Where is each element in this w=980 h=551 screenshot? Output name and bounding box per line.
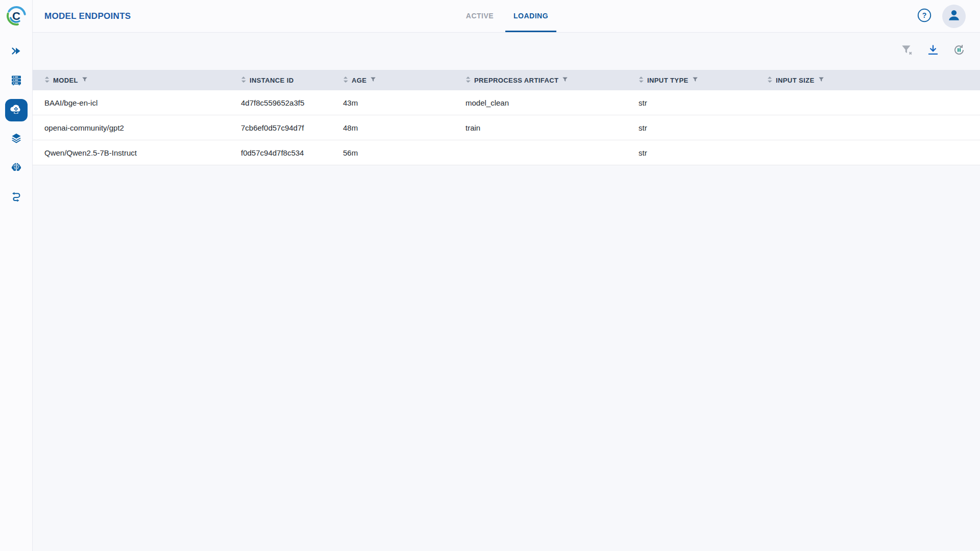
- table-cell: [755, 90, 980, 115]
- tab-bar: ACTIVE LOADING: [454, 0, 556, 32]
- fast-forward-icon: [10, 45, 22, 59]
- auto-refresh-paused-icon: [952, 43, 966, 58]
- column-header[interactable]: INSTANCE ID: [229, 70, 331, 90]
- table-row[interactable]: Qwen/Qwen2.5-7B-Instructf0d57c94d7f8c534…: [33, 140, 980, 165]
- column-header-label: MODEL: [53, 77, 78, 84]
- download-icon: [926, 43, 940, 58]
- column-header-label: INSTANCE ID: [250, 77, 294, 84]
- endpoints-table: MODEL INSTANCE ID AGE: [33, 70, 980, 165]
- table-cell: [755, 115, 980, 140]
- topbar: MODEL ENDPOINTS ACTIVE LOADING ?: [33, 0, 980, 33]
- sort-icon[interactable]: [639, 76, 644, 85]
- tab-loading[interactable]: LOADING: [505, 0, 556, 32]
- sort-icon[interactable]: [767, 76, 772, 85]
- column-header[interactable]: INPUT TYPE: [627, 70, 755, 90]
- table-cell: model_clean: [454, 90, 627, 115]
- table-body: BAAI/bge-en-icl4d7f8c559652a3f543mmodel_…: [33, 90, 980, 165]
- brain-icon: [10, 161, 22, 176]
- table-header-row: MODEL INSTANCE ID AGE: [33, 70, 980, 90]
- table-cell: str: [627, 140, 755, 165]
- sidebar-item-fast-forward[interactable]: [5, 41, 28, 63]
- table-cell: 4d7f8c559652a3f5: [229, 90, 331, 115]
- column-header-label: INPUT TYPE: [647, 77, 689, 84]
- table-cell: Qwen/Qwen2.5-7B-Instruct: [33, 140, 229, 165]
- column-header-label: PREPROCESS ARTIFACT: [474, 77, 558, 84]
- column-header-label: INPUT SIZE: [776, 77, 815, 84]
- sidebar: C: [0, 0, 33, 551]
- clear-filters-button[interactable]: [900, 43, 914, 58]
- table-row[interactable]: openai-community/gpt27cb6ef0d57c94d7f48m…: [33, 115, 980, 140]
- filter-icon[interactable]: [562, 77, 568, 84]
- table-cell: BAAI/bge-en-icl: [33, 90, 229, 115]
- sidebar-item-layers[interactable]: [5, 128, 28, 151]
- sidebar-nav: [0, 41, 32, 209]
- filter-icon[interactable]: [82, 77, 88, 84]
- table-cell: str: [627, 90, 755, 115]
- sort-icon[interactable]: [44, 76, 50, 85]
- sort-icon[interactable]: [241, 76, 246, 85]
- filter-icon[interactable]: [818, 77, 824, 84]
- column-header[interactable]: INPUT SIZE: [755, 70, 980, 90]
- table-cell: 43m: [331, 90, 454, 115]
- column-header[interactable]: AGE: [331, 70, 454, 90]
- user-menu-button[interactable]: [942, 5, 966, 28]
- user-avatar-icon: [946, 8, 962, 24]
- cloud-gear-icon: [9, 103, 23, 118]
- table-cell: openai-community/gpt2: [33, 115, 229, 140]
- sidebar-item-brain[interactable]: [5, 157, 28, 180]
- column-header[interactable]: PREPROCESS ARTIFACT: [454, 70, 627, 90]
- page-title: MODEL ENDPOINTS: [44, 0, 131, 32]
- download-button[interactable]: [926, 43, 940, 58]
- server-rack-icon: [10, 74, 22, 88]
- svg-text:C: C: [12, 10, 20, 22]
- table-cell: 48m: [331, 115, 454, 140]
- table-row[interactable]: BAAI/bge-en-icl4d7f8c559652a3f543mmodel_…: [33, 90, 980, 115]
- table-cell: f0d57c94d7f8c534: [229, 140, 331, 165]
- table-cell: 7cb6ef0d57c94d7f: [229, 115, 331, 140]
- sidebar-item-pipeline[interactable]: [5, 186, 28, 209]
- page-root: C: [0, 0, 980, 551]
- sidebar-item-servers[interactable]: [5, 70, 28, 92]
- help-button[interactable]: ?: [917, 8, 932, 24]
- table-cell: train: [454, 115, 627, 140]
- auto-refresh-button[interactable]: [952, 43, 966, 58]
- filter-icon[interactable]: [692, 77, 698, 84]
- tab-active[interactable]: ACTIVE: [454, 0, 505, 32]
- filter-icon[interactable]: [370, 77, 376, 84]
- layers-icon: [10, 132, 22, 146]
- sidebar-item-model-endpoints[interactable]: [5, 99, 28, 121]
- pipeline-icon: [10, 190, 22, 205]
- logo-icon[interactable]: C: [6, 5, 27, 27]
- table-cell: [755, 140, 980, 165]
- table-cell: [454, 140, 627, 165]
- sort-icon[interactable]: [343, 76, 348, 85]
- grid-toolbar: [33, 33, 980, 70]
- table-cell: 56m: [331, 140, 454, 165]
- column-header-label: AGE: [352, 77, 366, 84]
- column-header[interactable]: MODEL: [33, 70, 229, 90]
- sort-icon[interactable]: [465, 76, 471, 85]
- clear-filters-icon: [900, 43, 914, 58]
- svg-text:?: ?: [922, 11, 927, 19]
- topbar-actions: ?: [917, 0, 966, 32]
- help-icon: ?: [917, 8, 932, 24]
- table-cell: str: [627, 115, 755, 140]
